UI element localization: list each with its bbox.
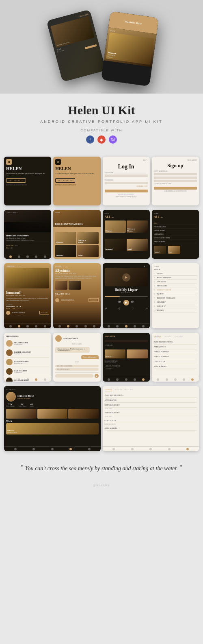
s-nav-2[interactable] bbox=[166, 378, 168, 381]
e-nav-2[interactable] bbox=[131, 448, 134, 450]
track-1[interactable]: 1ON SHIT bbox=[154, 272, 197, 276]
elysium-nav-4[interactable] bbox=[84, 325, 87, 327]
m-nav-4[interactable] bbox=[35, 378, 37, 381]
settings-tab-general[interactable]: GENERAL bbox=[154, 335, 162, 338]
p-nav-3[interactable] bbox=[125, 325, 127, 327]
p-nav-4[interactable] bbox=[134, 325, 136, 327]
nav-add[interactable] bbox=[26, 255, 29, 258]
discover-item-2[interactable] bbox=[127, 349, 148, 358]
discover-item-1[interactable]: SWING BY bbox=[105, 349, 126, 358]
nav-profile[interactable] bbox=[44, 255, 46, 258]
tab-featured[interactable]: FEATURED bbox=[125, 389, 133, 391]
s-nav-4[interactable] bbox=[183, 378, 185, 381]
skip-forward-btn[interactable]: ⏭ bbox=[131, 300, 134, 306]
nav-dot-4[interactable] bbox=[35, 325, 37, 327]
menu-music[interactable]: MUSIC & LOLLABIES bbox=[154, 236, 197, 240]
pr-nav-5[interactable] bbox=[88, 448, 91, 450]
get-started-btn-dark[interactable]: GET STARTED bbox=[6, 178, 26, 183]
m-nav-5[interactable] bbox=[44, 378, 46, 381]
explore-appearance[interactable]: APPEARANCE bbox=[105, 398, 197, 403]
track-2[interactable]: 2BLACK SKINHEAD bbox=[154, 276, 197, 280]
settings-edit-albums-1[interactable]: EDIT ALBUMS BY bbox=[154, 349, 197, 354]
d-nav-3[interactable] bbox=[125, 378, 127, 381]
chat-input[interactable] bbox=[55, 374, 93, 378]
track-7[interactable]: 7BLOOD ON THE LEAVES bbox=[154, 296, 197, 300]
track-4[interactable]: 4NEW SLAVES bbox=[154, 284, 197, 288]
track-10[interactable]: 10BOUND 2 bbox=[154, 308, 197, 312]
settings-push[interactable]: PUSH NOTIFICATIONS bbox=[154, 340, 197, 345]
msg-item-2[interactable]: DANIEL COLEMANLorem ipsum... bbox=[6, 348, 49, 358]
d-nav-1[interactable] bbox=[108, 378, 110, 381]
follow-btn[interactable]: FOLLOW bbox=[39, 311, 50, 314]
settings-tab-activity[interactable]: ACTIVITY bbox=[164, 335, 172, 338]
m-nav-2[interactable] bbox=[18, 378, 20, 381]
settings-appearance[interactable]: APPEARANCE bbox=[154, 345, 197, 349]
discover-logout[interactable]: ▸ LOGOUT bbox=[105, 368, 148, 370]
track-6[interactable]: 6I'M IN IT bbox=[154, 292, 197, 296]
menu-literature[interactable]: LITERATURE bbox=[154, 232, 197, 236]
elysium-nav-2[interactable] bbox=[67, 325, 69, 327]
msg-item-4[interactable]: SAM MCLEODLorem ipsum... bbox=[6, 367, 49, 376]
d-nav-5[interactable] bbox=[142, 378, 145, 381]
menu-all[interactable]: ALL bbox=[154, 221, 197, 225]
s-nav-1[interactable] bbox=[157, 378, 159, 381]
chat-option-2[interactable]: YOU DID IT AGAIN bbox=[55, 368, 98, 371]
explore-contact[interactable]: CONTACT US bbox=[105, 418, 197, 423]
e-nav-1[interactable] bbox=[112, 448, 115, 450]
p-nav-5[interactable] bbox=[142, 325, 145, 327]
player-progress-bar[interactable] bbox=[105, 296, 148, 297]
explore-edit-1[interactable]: EDIT ALBUMS BY bbox=[105, 403, 197, 408]
track-5-active[interactable]: 5HOLD MY LIQUOR bbox=[154, 288, 197, 292]
explore-rate[interactable]: RATE & SHARE bbox=[105, 426, 197, 431]
profile-work-3[interactable] bbox=[68, 409, 99, 419]
share-icon[interactable]: ↗ bbox=[145, 307, 148, 310]
get-started-btn-warm[interactable]: GET STARTED bbox=[55, 178, 75, 183]
settings-contact[interactable]: CONTACT US bbox=[154, 359, 197, 364]
heart-icon[interactable]: ♡ bbox=[132, 307, 134, 310]
menu-art[interactable]: ART & POETRY bbox=[154, 240, 197, 243]
p-nav-2[interactable] bbox=[116, 325, 119, 327]
send-btn[interactable]: ▶ bbox=[95, 374, 99, 378]
settings-rate[interactable]: RATE & SHARE bbox=[154, 364, 197, 369]
track-9[interactable]: 9SEND IT UP bbox=[154, 304, 197, 308]
tab-general[interactable]: GENERAL bbox=[105, 389, 112, 391]
msg-item-1[interactable]: SELMO BELITELorem ipsum... bbox=[6, 339, 49, 348]
nav-dot-2[interactable] bbox=[18, 325, 20, 327]
nav-search[interactable] bbox=[18, 255, 20, 258]
nav-dot-1[interactable] bbox=[9, 325, 12, 327]
d-nav-2[interactable] bbox=[116, 378, 119, 381]
e-nav-5[interactable] bbox=[186, 448, 189, 450]
elysium-follow[interactable]: FOLLOW bbox=[89, 298, 99, 302]
d-nav-4[interactable] bbox=[134, 378, 136, 381]
signup-btn[interactable] bbox=[154, 187, 197, 190]
tab-activity[interactable]: ACTIVITY bbox=[114, 389, 122, 391]
menu-photography[interactable]: PHOTOGRAPHY bbox=[154, 225, 197, 229]
pr-nav-2[interactable] bbox=[32, 448, 35, 450]
login-username-field[interactable] bbox=[105, 175, 148, 177]
signup-password-field[interactable] bbox=[154, 180, 197, 182]
nav-dot-3[interactable] bbox=[26, 325, 29, 327]
nav-home[interactable] bbox=[9, 255, 12, 258]
p-nav-1[interactable] bbox=[108, 325, 110, 327]
explore-push[interactable]: PUSH NOTIFICATIONS bbox=[105, 393, 197, 398]
nav-dot-5[interactable] bbox=[44, 325, 46, 327]
m-nav-3[interactable] bbox=[26, 378, 29, 381]
login-password-field[interactable] bbox=[105, 182, 148, 184]
pr-nav-3[interactable] bbox=[51, 448, 54, 450]
profile-work-1[interactable] bbox=[6, 409, 37, 419]
pr-nav-4[interactable] bbox=[69, 448, 72, 450]
elysium-nav-1[interactable] bbox=[58, 325, 61, 327]
repeat-icon[interactable]: ↺ bbox=[118, 307, 121, 310]
msg-item-3[interactable]: SARAH PARKERLorem ipsum... bbox=[6, 358, 49, 367]
settings-edit-albums-2[interactable]: EDIT ALBUMS BY bbox=[154, 354, 197, 359]
elysium-nav-5[interactable] bbox=[93, 325, 95, 327]
signup-email-field[interactable] bbox=[154, 177, 197, 179]
track-8[interactable]: 8GUILT TRIP bbox=[154, 300, 197, 304]
pr-nav-1[interactable] bbox=[14, 448, 17, 450]
elysium-nav-3[interactable] bbox=[76, 325, 78, 327]
track-3[interactable]: 3I AM A GOD bbox=[154, 280, 197, 284]
login-btn[interactable] bbox=[105, 190, 148, 192]
settings-tab-featured[interactable]: FEATURED bbox=[175, 335, 183, 338]
nav-notif[interactable] bbox=[35, 255, 37, 258]
menu-videography[interactable]: VIDEOGRAPHY bbox=[154, 229, 197, 232]
